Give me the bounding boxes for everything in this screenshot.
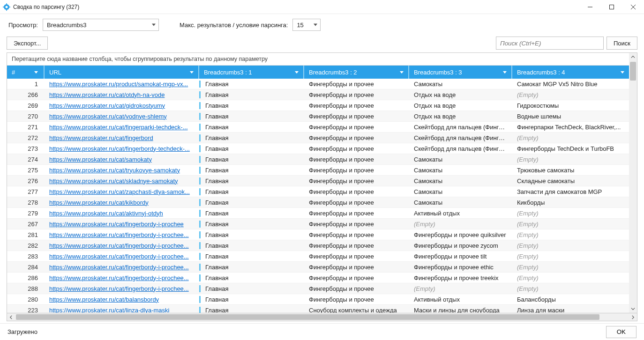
table-row[interactable]: 270https://www.proskater.ru/cat/vodnye-s… (7, 111, 629, 122)
table-row[interactable]: 281https://www.proskater.ru/cat/fingerbo… (7, 229, 629, 240)
cell-breadcrumbs-2: Фингерборды и прочее (304, 274, 409, 281)
table-row[interactable]: 274https://www.proskater.ru/cat/samokaty… (7, 154, 629, 165)
url-link[interactable]: https://www.proskater.ru/cat/fingerbordy… (49, 242, 189, 249)
scrollbar-thumb[interactable] (16, 314, 599, 320)
status-text: Загружено (7, 328, 37, 335)
cell-b4: Линза для маски (512, 307, 629, 313)
view-select[interactable]: Breadcrumbs3 (43, 19, 159, 31)
cell-breadcrumbs-2: Фингерборды и прочее (304, 167, 409, 174)
cell-b3: Скейтборд для пальцев (Фингербо... (409, 124, 512, 131)
url-link[interactable]: https://www.proskater.ru/cat/vodnye-shle… (49, 113, 167, 120)
cell-b4: Кикборды (512, 199, 629, 206)
cell-b3: Отдых на воде (409, 91, 512, 98)
url-link[interactable]: https://www.proskater.ru/cat/zapchasti-d… (49, 188, 190, 195)
cell-b3: Самокаты (409, 167, 512, 174)
statusbar: Загружено OK (0, 323, 644, 340)
url-link[interactable]: https://www.proskater.ru/cat/tryukovye-s… (49, 167, 180, 174)
url-link[interactable]: https://www.proskater.ru/cat/kikbordy (49, 199, 149, 206)
minimize-button[interactable] (579, 0, 601, 14)
table-row[interactable]: 276https://www.proskater.ru/cat/skladnye… (7, 176, 629, 186)
titlebar: Сводка по парсингу (327) (0, 0, 644, 14)
url-link[interactable]: https://www.proskater.ru/cat/balansbordy (49, 296, 159, 303)
url-link[interactable]: https://www.proskater.ru/product/samokat… (49, 81, 188, 88)
max-results-select[interactable]: 15 (292, 19, 321, 31)
url-link[interactable]: https://www.proskater.ru/cat/skladnye-sa… (49, 177, 178, 185)
cell-number: 284 (7, 264, 45, 271)
cell-breadcrumbs-1: Главная (199, 285, 304, 292)
table-row[interactable]: 283https://www.proskater.ru/cat/fingerbo… (7, 251, 629, 262)
url-link[interactable]: https://www.proskater.ru/cat/aktivnyj-ot… (49, 210, 163, 217)
cell-breadcrumbs-1: Главная (199, 231, 304, 238)
cell-b3: Отдых на воде (409, 102, 512, 109)
cell-number: 274 (7, 156, 45, 163)
table-row[interactable]: 1https://www.proskater.ru/product/samoka… (7, 79, 629, 89)
cell-url: https://www.proskater.ru/cat/kikbordy (45, 199, 199, 206)
maximize-button[interactable] (601, 0, 622, 14)
ok-button[interactable]: OK (606, 326, 637, 338)
table-row[interactable]: 277https://www.proskater.ru/cat/zapchast… (7, 186, 629, 197)
table-row[interactable]: 286https://www.proskater.ru/cat/fingerbo… (7, 273, 629, 283)
search-button[interactable]: Поиск (607, 37, 637, 50)
table-row[interactable]: 282https://www.proskater.ru/cat/fingerbo… (7, 240, 629, 251)
cell-b3: Фингерборды и прочее treekix (409, 274, 512, 281)
table-row[interactable]: 284https://www.proskater.ru/cat/fingerbo… (7, 262, 629, 273)
url-link[interactable]: https://www.proskater.ru/cat/samokaty (49, 156, 152, 163)
cell-b4: Водные шлемы (512, 113, 629, 120)
table-row[interactable]: 271https://www.proskater.ru/cat/fingerpa… (7, 122, 629, 133)
table-row[interactable]: 280https://www.proskater.ru/cat/balansbo… (7, 294, 629, 305)
cell-number: 269 (7, 102, 45, 109)
table-row[interactable]: 223https://www.proskater.ru/cat/linza-dl… (7, 305, 629, 313)
cell-b3: (Empty) (409, 285, 512, 292)
cell-b3: Скейтборд для пальцев (Фингербо... (409, 145, 512, 152)
url-link[interactable]: https://www.proskater.ru/cat/fingerbordy… (49, 264, 189, 271)
scroll-up-arrow[interactable] (629, 53, 637, 61)
table-row[interactable]: 288https://www.proskater.ru/cat/fingerbo… (7, 283, 629, 294)
group-by-hint[interactable]: Перетащите сюда название столбца, чтобы … (7, 53, 629, 66)
column-header-url[interactable]: URL (45, 66, 199, 79)
close-button[interactable] (622, 0, 644, 14)
url-link[interactable]: https://www.proskater.ru/cat/fingerbordy… (49, 253, 189, 260)
url-link[interactable]: https://www.proskater.ru/cat/fingerbord (49, 134, 153, 141)
column-header-breadcrumbs-2[interactable]: Breadcrumbs3 : 2 (304, 66, 409, 79)
table-row[interactable]: 272https://www.proskater.ru/cat/fingerbo… (7, 133, 629, 143)
scroll-left-arrow[interactable] (7, 313, 15, 321)
cell-b4: Гидрокостюмы (512, 102, 629, 109)
url-link[interactable]: https://www.proskater.ru/cat/fingerparki… (49, 124, 188, 131)
table-row[interactable]: 266https://www.proskater.ru/cat/otdyh-na… (7, 89, 629, 100)
table-row[interactable]: 267https://www.proskater.ru/cat/fingerbo… (7, 219, 629, 229)
url-link[interactable]: https://www.proskater.ru/cat/linza-dlya-… (49, 307, 169, 313)
cell-url: https://www.proskater.ru/cat/fingerbordy… (45, 264, 199, 271)
cell-b4: Запчасти для самокатов MGP (512, 188, 629, 195)
table-row[interactable]: 269https://www.proskater.ru/cat/gidrokos… (7, 100, 629, 111)
vertical-scrollbar[interactable] (629, 53, 637, 313)
table-row[interactable]: 279https://www.proskater.ru/cat/aktivnyj… (7, 208, 629, 219)
cell-breadcrumbs-1: Главная (199, 81, 304, 88)
url-link[interactable]: https://www.proskater.ru/cat/otdyh-na-vo… (49, 91, 165, 98)
export-button[interactable]: Экспорт... (7, 37, 48, 50)
url-link[interactable]: https://www.proskater.ru/cat/fingerbordy… (49, 231, 189, 238)
cell-b4: Трюковые самокаты (512, 167, 629, 174)
url-link[interactable]: https://www.proskater.ru/cat/fingerbordy… (49, 221, 184, 228)
cell-b3: Скейтборд для пальцев (Фингербо... (409, 134, 512, 141)
scroll-right-arrow[interactable] (629, 313, 637, 321)
scrollbar-thumb[interactable] (630, 62, 636, 81)
scroll-down-arrow[interactable] (629, 305, 637, 313)
cell-url: https://www.proskater.ru/cat/fingerbordy… (45, 145, 199, 152)
column-header-breadcrumbs-4[interactable]: Breadcrumbs3 : 4 (512, 66, 629, 79)
url-link[interactable]: https://www.proskater.ru/cat/fingerbordy… (49, 274, 189, 281)
table-row[interactable]: 275https://www.proskater.ru/cat/tryukovy… (7, 165, 629, 176)
cell-breadcrumbs-2: Фингерборды и прочее (304, 81, 409, 88)
horizontal-scrollbar[interactable] (7, 313, 637, 321)
cell-b3: Фингерборды и прочее zycom (409, 242, 512, 249)
table-row[interactable]: 278https://www.proskater.ru/cat/kikbordy… (7, 197, 629, 208)
column-header-breadcrumbs-3[interactable]: Breadcrumbs3 : 3 (409, 66, 512, 79)
url-link[interactable]: https://www.proskater.ru/cat/fingerbordy… (49, 285, 189, 292)
column-header-number[interactable]: # (7, 66, 45, 79)
table-row[interactable]: 273https://www.proskater.ru/cat/fingerbo… (7, 143, 629, 154)
url-link[interactable]: https://www.proskater.ru/cat/gidrokostyu… (49, 102, 165, 109)
search-input[interactable] (496, 37, 604, 50)
column-header-breadcrumbs-1[interactable]: Breadcrumbs3 : 1 (199, 66, 304, 79)
cell-b3: Маски и линзы для сноуборда (409, 307, 512, 313)
url-link[interactable]: https://www.proskater.ru/cat/fingerbordy… (49, 145, 190, 152)
cell-number: 275 (7, 167, 45, 174)
